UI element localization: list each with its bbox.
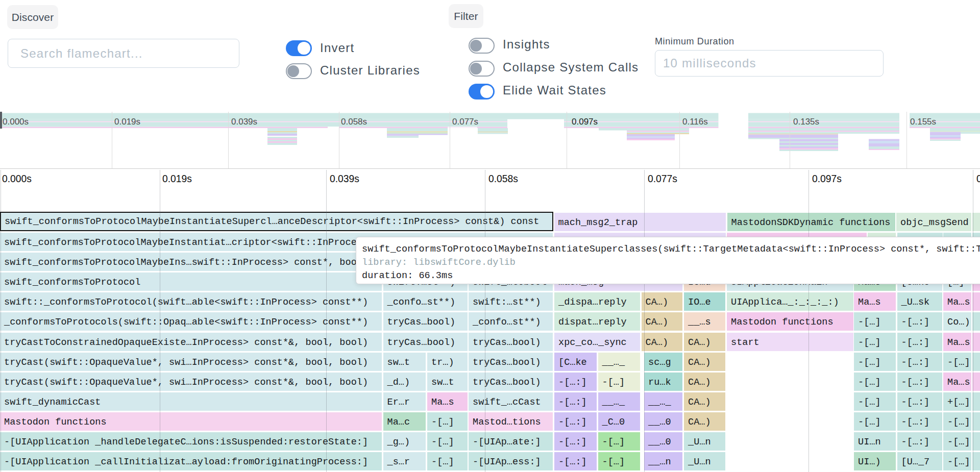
svg-text:0.019s: 0.019s <box>114 117 140 127</box>
svg-text:0.000s: 0.000s <box>3 117 29 127</box>
svg-text:0.077s: 0.077s <box>452 117 478 127</box>
svg-text:0.097s: 0.097s <box>572 117 598 127</box>
svg-text:0.116s: 0.116s <box>682 117 708 127</box>
svg-text:0.155s: 0.155s <box>910 117 936 127</box>
svg-text:0.039s: 0.039s <box>231 117 257 127</box>
svg-text:0.135s: 0.135s <box>793 117 819 127</box>
svg-text:0.058s: 0.058s <box>341 117 367 127</box>
